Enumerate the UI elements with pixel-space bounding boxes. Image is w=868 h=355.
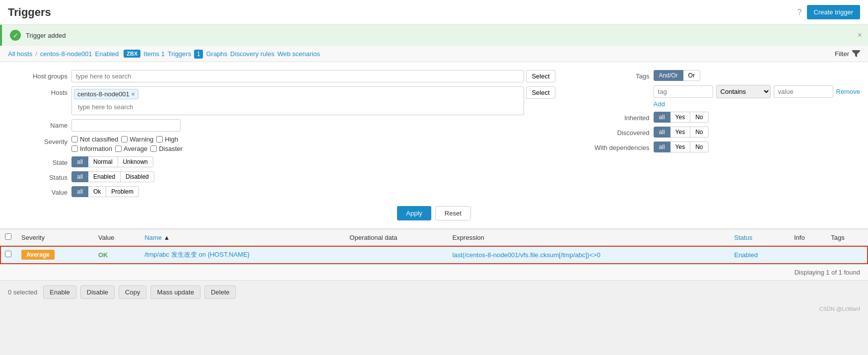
hosts-input-area: centos-8-node001 × — [71, 86, 524, 115]
state-all-btn[interactable]: all — [71, 156, 88, 167]
host-tag-name: centos-8-node001 — [77, 90, 130, 98]
severity-disaster-cb[interactable] — [150, 145, 157, 152]
inherited-label: Inherited — [585, 112, 650, 122]
state-label: State — [8, 156, 67, 166]
with-dep-no-btn[interactable]: No — [690, 142, 708, 152]
apply-button[interactable]: Apply — [397, 206, 431, 220]
breadcrumb-bar: All hosts / centos-8-node001 Enabled ZBX… — [0, 46, 868, 62]
severity-average[interactable]: Average — [115, 145, 147, 152]
severity-information[interactable]: Information — [71, 145, 112, 152]
col-name[interactable]: Name ▲ — [139, 229, 344, 246]
help-icon[interactable]: ? — [798, 8, 802, 17]
trigger-name-link[interactable]: /tmp/abc 发生改变 on {HOST.NAME} — [144, 251, 250, 258]
filter-actions: Apply Reset — [8, 206, 860, 220]
severity-not-classified[interactable]: Not classified — [71, 136, 118, 143]
discovered-no-btn[interactable]: No — [690, 127, 708, 138]
severity-disaster[interactable]: Disaster — [150, 145, 183, 152]
severity-information-cb[interactable] — [71, 145, 78, 152]
inherited-no-btn[interactable]: No — [690, 112, 708, 123]
tag-operator-select[interactable]: Contains Equals Does not contain Does no… — [716, 85, 771, 98]
value-problem-btn[interactable]: Problem — [106, 186, 139, 197]
copy-button[interactable]: Copy — [119, 285, 146, 299]
with-dep-yes-btn[interactable]: Yes — [670, 142, 691, 152]
table-footer-text: Displaying 1 of 1 found — [795, 269, 860, 276]
value-ok-btn[interactable]: Ok — [88, 186, 106, 197]
discovered-yes-btn[interactable]: Yes — [670, 127, 691, 138]
header-right: ? Create trigger — [798, 5, 860, 19]
discovered-all-btn[interactable]: all — [654, 127, 670, 138]
hosts-select-button[interactable]: Select — [526, 86, 555, 99]
banner-close[interactable]: × — [858, 31, 862, 40]
tab-web[interactable]: Web scenarios — [277, 50, 320, 58]
state-btn-group: all Normal Unknown — [71, 156, 555, 167]
hosts-row: Hosts centos-8-node001 × Select — [8, 86, 555, 115]
mass-update-button[interactable]: Mass update — [150, 285, 200, 299]
with-dep-all-btn[interactable]: all — [654, 142, 670, 152]
breadcrumb-enabled[interactable]: Enabled — [95, 50, 119, 58]
value-all-btn[interactable]: all — [71, 186, 88, 197]
host-tag-close[interactable]: × — [132, 91, 135, 98]
col-operational-data: Operational data — [344, 229, 447, 246]
filter-toggle[interactable]: Filter — [835, 50, 860, 58]
triggers-table: Severity Value Name ▲ Operational data E… — [0, 229, 868, 264]
col-value: Value — [93, 229, 139, 246]
state-unknown-btn[interactable]: Unknown — [118, 156, 153, 167]
severity-high-cb[interactable] — [156, 136, 163, 142]
watermark: CSDN @LcWanf — [0, 304, 868, 314]
inherited-all-btn[interactable]: all — [654, 112, 670, 123]
table-row: Average OK /tmp/abc 发生改变 on {HOST.NAME} … — [0, 246, 868, 264]
col-info: Info — [789, 229, 826, 246]
severity-not-classified-cb[interactable] — [71, 136, 78, 142]
tag-or-btn[interactable]: Or — [683, 70, 700, 81]
table-header-row: Severity Value Name ▲ Operational data E… — [0, 229, 868, 246]
value-row: Value all Ok Problem — [8, 186, 555, 197]
with-dep-row: With dependencies all Yes No — [585, 142, 860, 152]
row-status-cell: Enabled — [729, 246, 789, 264]
severity-row-container: Severity Not classified Warning — [8, 136, 555, 152]
status-all-btn[interactable]: all — [71, 171, 88, 182]
col-status[interactable]: Status — [729, 229, 789, 246]
severity-average-cb[interactable] — [115, 145, 122, 152]
host-groups-input[interactable] — [71, 70, 524, 82]
severity-warning[interactable]: Warning — [121, 136, 153, 143]
tab-items[interactable]: Items 1 — [143, 50, 165, 58]
tag-input[interactable] — [654, 85, 713, 98]
filter-panel: Host groups Select Hosts centos-8-node00… — [0, 62, 868, 229]
state-normal-btn[interactable]: Normal — [88, 156, 118, 167]
name-input[interactable] — [71, 119, 181, 132]
col-expression: Expression — [447, 229, 729, 246]
tag-operator-group: And/Or Or — [654, 70, 860, 81]
row-expression[interactable]: last(/centos-8-node001/vfs.file.cksum[/t… — [452, 251, 600, 259]
host-groups-select-button[interactable]: Select — [526, 70, 555, 82]
inherited-yes-btn[interactable]: Yes — [670, 112, 691, 123]
severity-high[interactable]: High — [156, 136, 178, 143]
status-enabled-btn[interactable]: Enabled — [88, 171, 121, 182]
select-all-checkbox[interactable] — [5, 233, 11, 240]
reset-button[interactable]: Reset — [435, 206, 471, 220]
status-disabled-btn[interactable]: Disabled — [120, 171, 154, 182]
create-trigger-button[interactable]: Create trigger — [807, 5, 860, 19]
hosts-search-input[interactable] — [74, 101, 522, 113]
tags-control: And/Or Or Contains Equals Does not conta… — [654, 70, 860, 108]
breadcrumb-host[interactable]: centos-8-node001 — [40, 50, 92, 58]
tab-triggers[interactable]: Triggers 1 — [168, 50, 203, 58]
discovered-btn-group: all Yes No — [654, 127, 709, 138]
filter-left: Host groups Select Hosts centos-8-node00… — [8, 70, 555, 201]
breadcrumb-all-hosts[interactable]: All hosts — [8, 50, 32, 58]
filter-right: Tags And/Or Or Contains Equals Does not … — [585, 70, 860, 201]
success-icon: ✓ — [10, 30, 21, 41]
tab-graphs[interactable]: Graphs — [206, 50, 227, 58]
tag-remove-link[interactable]: Remove — [836, 88, 860, 95]
tag-add-link[interactable]: Add — [654, 100, 860, 108]
tab-discovery[interactable]: Discovery rules — [230, 50, 274, 58]
zbx-badge: ZBX — [124, 50, 140, 58]
enable-button[interactable]: Enable — [43, 285, 76, 299]
bottom-actions: 0 selected Enable Disable Copy Mass upda… — [0, 280, 868, 304]
row-checkbox[interactable] — [5, 251, 11, 257]
tag-and-or-btn[interactable]: And/Or — [654, 70, 683, 81]
delete-button[interactable]: Delete — [204, 285, 236, 299]
disable-button[interactable]: Disable — [80, 285, 115, 299]
tag-value-input[interactable] — [774, 85, 833, 98]
breadcrumb-sep1: / — [35, 50, 37, 58]
severity-warning-cb[interactable] — [121, 136, 128, 142]
